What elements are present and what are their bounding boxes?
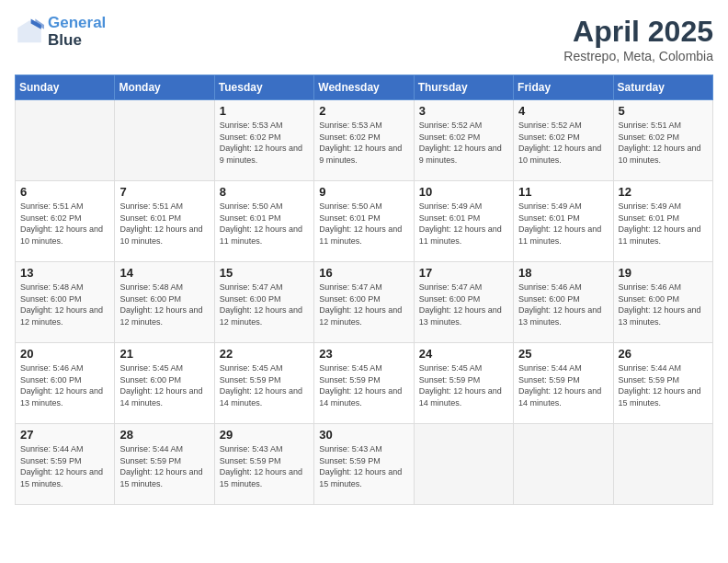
day-info: Sunrise: 5:50 AM Sunset: 6:01 PM Dayligh…	[220, 201, 309, 247]
weekday-header-monday: Monday	[115, 75, 214, 100]
calendar-cell: 18Sunrise: 5:46 AM Sunset: 6:00 PM Dayli…	[514, 262, 613, 343]
day-info: Sunrise: 5:49 AM Sunset: 6:01 PM Dayligh…	[518, 201, 608, 247]
weekday-header-saturday: Saturday	[613, 75, 712, 100]
day-number: 20	[20, 347, 109, 361]
calendar-cell	[16, 100, 115, 181]
day-info: Sunrise: 5:48 AM Sunset: 6:00 PM Dayligh…	[20, 282, 109, 327]
calendar-cell: 11Sunrise: 5:49 AM Sunset: 6:01 PM Dayli…	[514, 181, 613, 262]
weekday-header-wednesday: Wednesday	[314, 75, 414, 100]
calendar-cell: 16Sunrise: 5:47 AM Sunset: 6:00 PM Dayli…	[314, 262, 414, 343]
day-info: Sunrise: 5:49 AM Sunset: 6:01 PM Dayligh…	[619, 201, 708, 247]
day-info: Sunrise: 5:45 AM Sunset: 5:59 PM Dayligh…	[220, 362, 309, 408]
day-number: 15	[220, 266, 309, 280]
day-info: Sunrise: 5:51 AM Sunset: 6:02 PM Dayligh…	[20, 201, 109, 247]
weekday-header-row: SundayMondayTuesdayWednesdayThursdayFrid…	[16, 75, 713, 100]
calendar-cell: 1Sunrise: 5:53 AM Sunset: 6:02 PM Daylig…	[214, 100, 313, 181]
day-number: 10	[419, 185, 508, 199]
day-info: Sunrise: 5:47 AM Sunset: 6:00 PM Dayligh…	[319, 282, 408, 327]
day-number: 19	[619, 266, 708, 280]
day-number: 17	[419, 266, 508, 280]
day-number: 18	[518, 266, 608, 280]
calendar-week-3: 13Sunrise: 5:48 AM Sunset: 6:00 PM Dayli…	[16, 262, 713, 343]
calendar-cell: 22Sunrise: 5:45 AM Sunset: 5:59 PM Dayli…	[214, 343, 313, 424]
day-number: 6	[20, 185, 109, 199]
calendar-cell: 15Sunrise: 5:47 AM Sunset: 6:00 PM Dayli…	[214, 262, 313, 343]
calendar-week-1: 1Sunrise: 5:53 AM Sunset: 6:02 PM Daylig…	[16, 100, 713, 181]
calendar-cell: 29Sunrise: 5:43 AM Sunset: 5:59 PM Dayli…	[214, 424, 313, 505]
title-area: April 2025 Restrepo, Meta, Colombia	[563, 15, 713, 63]
day-info: Sunrise: 5:51 AM Sunset: 6:01 PM Dayligh…	[119, 201, 209, 247]
logo-line2: Blue	[48, 32, 106, 50]
day-number: 21	[119, 347, 209, 361]
day-number: 7	[119, 185, 209, 199]
day-info: Sunrise: 5:44 AM Sunset: 5:59 PM Dayligh…	[518, 362, 608, 408]
calendar-cell: 13Sunrise: 5:48 AM Sunset: 6:00 PM Dayli…	[16, 262, 115, 343]
day-info: Sunrise: 5:44 AM Sunset: 5:59 PM Dayligh…	[619, 362, 708, 408]
weekday-header-sunday: Sunday	[16, 75, 115, 100]
calendar-week-4: 20Sunrise: 5:46 AM Sunset: 6:00 PM Dayli…	[16, 343, 713, 424]
day-number: 2	[319, 104, 408, 118]
calendar-cell: 9Sunrise: 5:50 AM Sunset: 6:01 PM Daylig…	[314, 181, 414, 262]
calendar-cell: 27Sunrise: 5:44 AM Sunset: 5:59 PM Dayli…	[16, 424, 115, 505]
day-number: 4	[518, 104, 608, 118]
day-number: 11	[518, 185, 608, 199]
day-number: 16	[319, 266, 408, 280]
day-info: Sunrise: 5:44 AM Sunset: 5:59 PM Dayligh…	[20, 443, 109, 489]
page-header: General Blue April 2025 Restrepo, Meta, …	[15, 15, 713, 63]
calendar-cell: 30Sunrise: 5:43 AM Sunset: 5:59 PM Dayli…	[314, 424, 414, 505]
calendar-cell: 7Sunrise: 5:51 AM Sunset: 6:01 PM Daylig…	[115, 181, 214, 262]
calendar-cell: 12Sunrise: 5:49 AM Sunset: 6:01 PM Dayli…	[613, 181, 712, 262]
calendar-cell: 24Sunrise: 5:45 AM Sunset: 5:59 PM Dayli…	[414, 343, 513, 424]
calendar-cell: 26Sunrise: 5:44 AM Sunset: 5:59 PM Dayli…	[613, 343, 712, 424]
day-info: Sunrise: 5:46 AM Sunset: 6:00 PM Dayligh…	[20, 362, 109, 408]
day-info: Sunrise: 5:50 AM Sunset: 6:01 PM Dayligh…	[319, 201, 408, 247]
calendar-cell: 17Sunrise: 5:47 AM Sunset: 6:00 PM Dayli…	[414, 262, 513, 343]
weekday-header-tuesday: Tuesday	[214, 75, 313, 100]
calendar-cell: 10Sunrise: 5:49 AM Sunset: 6:01 PM Dayli…	[414, 181, 513, 262]
day-number: 14	[119, 266, 209, 280]
day-info: Sunrise: 5:53 AM Sunset: 6:02 PM Dayligh…	[319, 120, 408, 166]
logo-text: General Blue	[48, 15, 106, 49]
calendar-cell: 4Sunrise: 5:52 AM Sunset: 6:02 PM Daylig…	[514, 100, 613, 181]
calendar-week-2: 6Sunrise: 5:51 AM Sunset: 6:02 PM Daylig…	[16, 181, 713, 262]
calendar-table: SundayMondayTuesdayWednesdayThursdayFrid…	[15, 75, 713, 505]
calendar-cell: 5Sunrise: 5:51 AM Sunset: 6:02 PM Daylig…	[613, 100, 712, 181]
calendar-cell: 25Sunrise: 5:44 AM Sunset: 5:59 PM Dayli…	[514, 343, 613, 424]
calendar-cell: 14Sunrise: 5:48 AM Sunset: 6:00 PM Dayli…	[115, 262, 214, 343]
day-info: Sunrise: 5:45 AM Sunset: 5:59 PM Dayligh…	[319, 362, 408, 408]
calendar-cell: 28Sunrise: 5:44 AM Sunset: 5:59 PM Dayli…	[115, 424, 214, 505]
day-number: 9	[319, 185, 408, 199]
day-info: Sunrise: 5:53 AM Sunset: 6:02 PM Dayligh…	[220, 120, 309, 166]
day-info: Sunrise: 5:47 AM Sunset: 6:00 PM Dayligh…	[220, 282, 309, 327]
day-info: Sunrise: 5:52 AM Sunset: 6:02 PM Dayligh…	[419, 120, 508, 166]
logo-line1: General	[48, 14, 106, 31]
calendar-cell	[613, 424, 712, 505]
logo-icon	[15, 17, 44, 47]
month-title: April 2025	[563, 15, 713, 49]
calendar-cell: 23Sunrise: 5:45 AM Sunset: 5:59 PM Dayli…	[314, 343, 414, 424]
calendar-cell: 20Sunrise: 5:46 AM Sunset: 6:00 PM Dayli…	[16, 343, 115, 424]
day-number: 13	[20, 266, 109, 280]
calendar-cell: 3Sunrise: 5:52 AM Sunset: 6:02 PM Daylig…	[414, 100, 513, 181]
day-info: Sunrise: 5:45 AM Sunset: 5:59 PM Dayligh…	[419, 362, 508, 408]
day-info: Sunrise: 5:51 AM Sunset: 6:02 PM Dayligh…	[619, 120, 708, 166]
day-info: Sunrise: 5:46 AM Sunset: 6:00 PM Dayligh…	[518, 282, 608, 327]
day-number: 1	[220, 104, 309, 118]
logo: General Blue	[15, 15, 106, 49]
calendar-cell: 19Sunrise: 5:46 AM Sunset: 6:00 PM Dayli…	[613, 262, 712, 343]
day-number: 26	[619, 347, 708, 361]
day-number: 23	[319, 347, 408, 361]
day-number: 8	[220, 185, 309, 199]
location-subtitle: Restrepo, Meta, Colombia	[563, 49, 713, 63]
weekday-header-thursday: Thursday	[414, 75, 513, 100]
day-number: 25	[518, 347, 608, 361]
day-number: 28	[119, 428, 209, 442]
calendar-cell: 6Sunrise: 5:51 AM Sunset: 6:02 PM Daylig…	[16, 181, 115, 262]
day-info: Sunrise: 5:52 AM Sunset: 6:02 PM Dayligh…	[518, 120, 608, 166]
day-info: Sunrise: 5:45 AM Sunset: 6:00 PM Dayligh…	[119, 362, 209, 408]
day-number: 12	[619, 185, 708, 199]
day-number: 24	[419, 347, 508, 361]
day-info: Sunrise: 5:43 AM Sunset: 5:59 PM Dayligh…	[319, 443, 408, 489]
day-info: Sunrise: 5:44 AM Sunset: 5:59 PM Dayligh…	[119, 443, 209, 489]
day-number: 3	[419, 104, 508, 118]
